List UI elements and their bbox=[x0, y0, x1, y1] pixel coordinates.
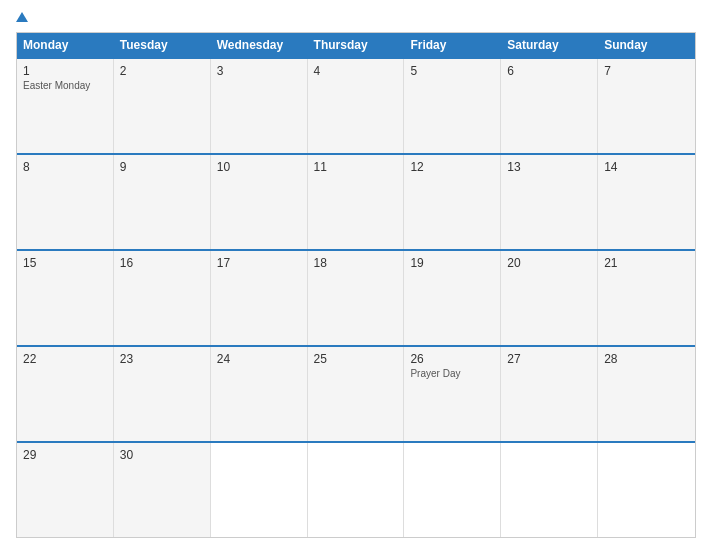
day-of-week-monday: Monday bbox=[17, 33, 114, 57]
calendar-cell: 19 bbox=[404, 251, 501, 345]
calendar-cell: 18 bbox=[308, 251, 405, 345]
calendar-cell: 21 bbox=[598, 251, 695, 345]
day-number: 21 bbox=[604, 256, 689, 270]
day-number: 12 bbox=[410, 160, 494, 174]
calendar-cell: 30 bbox=[114, 443, 211, 537]
day-number: 18 bbox=[314, 256, 398, 270]
day-of-week-sunday: Sunday bbox=[598, 33, 695, 57]
calendar-cell bbox=[308, 443, 405, 537]
calendar-header: MondayTuesdayWednesdayThursdayFridaySatu… bbox=[17, 33, 695, 57]
day-number: 2 bbox=[120, 64, 204, 78]
calendar-cell: 3 bbox=[211, 59, 308, 153]
calendar-week-3: 15161718192021 bbox=[17, 249, 695, 345]
day-number: 30 bbox=[120, 448, 204, 462]
calendar-cell: 20 bbox=[501, 251, 598, 345]
calendar-cell bbox=[404, 443, 501, 537]
logo-triangle-icon bbox=[16, 12, 28, 22]
day-number: 29 bbox=[23, 448, 107, 462]
day-number: 28 bbox=[604, 352, 689, 366]
day-number: 26 bbox=[410, 352, 494, 366]
day-number: 8 bbox=[23, 160, 107, 174]
calendar-cell: 8 bbox=[17, 155, 114, 249]
calendar-week-2: 891011121314 bbox=[17, 153, 695, 249]
day-number: 6 bbox=[507, 64, 591, 78]
day-of-week-tuesday: Tuesday bbox=[114, 33, 211, 57]
day-number: 25 bbox=[314, 352, 398, 366]
logo-blue-text bbox=[16, 12, 30, 22]
day-of-week-wednesday: Wednesday bbox=[211, 33, 308, 57]
day-number: 3 bbox=[217, 64, 301, 78]
calendar-cell: 2 bbox=[114, 59, 211, 153]
calendar-cell: 11 bbox=[308, 155, 405, 249]
calendar-week-1: 1Easter Monday234567 bbox=[17, 57, 695, 153]
day-number: 24 bbox=[217, 352, 301, 366]
calendar-cell: 15 bbox=[17, 251, 114, 345]
calendar-cell: 23 bbox=[114, 347, 211, 441]
day-number: 11 bbox=[314, 160, 398, 174]
calendar-cell: 27 bbox=[501, 347, 598, 441]
day-number: 4 bbox=[314, 64, 398, 78]
day-number: 23 bbox=[120, 352, 204, 366]
calendar-week-4: 2223242526Prayer Day2728 bbox=[17, 345, 695, 441]
day-event: Easter Monday bbox=[23, 80, 107, 91]
calendar-cell: 7 bbox=[598, 59, 695, 153]
page-header bbox=[16, 12, 696, 22]
calendar-week-5: 2930 bbox=[17, 441, 695, 537]
calendar-cell: 24 bbox=[211, 347, 308, 441]
day-number: 5 bbox=[410, 64, 494, 78]
calendar-cell: 4 bbox=[308, 59, 405, 153]
day-of-week-saturday: Saturday bbox=[501, 33, 598, 57]
calendar-body: 1Easter Monday23456789101112131415161718… bbox=[17, 57, 695, 537]
calendar-cell: 26Prayer Day bbox=[404, 347, 501, 441]
calendar-cell: 22 bbox=[17, 347, 114, 441]
day-number: 20 bbox=[507, 256, 591, 270]
day-number: 22 bbox=[23, 352, 107, 366]
calendar-page: MondayTuesdayWednesdayThursdayFridaySatu… bbox=[0, 0, 712, 550]
calendar-cell: 13 bbox=[501, 155, 598, 249]
day-number: 9 bbox=[120, 160, 204, 174]
day-number: 10 bbox=[217, 160, 301, 174]
calendar-cell bbox=[598, 443, 695, 537]
calendar-cell: 10 bbox=[211, 155, 308, 249]
calendar-cell: 9 bbox=[114, 155, 211, 249]
day-number: 7 bbox=[604, 64, 689, 78]
day-number: 17 bbox=[217, 256, 301, 270]
day-number: 16 bbox=[120, 256, 204, 270]
day-number: 1 bbox=[23, 64, 107, 78]
day-of-week-thursday: Thursday bbox=[308, 33, 405, 57]
calendar-cell: 25 bbox=[308, 347, 405, 441]
calendar-cell: 6 bbox=[501, 59, 598, 153]
calendar-cell: 12 bbox=[404, 155, 501, 249]
day-number: 13 bbox=[507, 160, 591, 174]
day-of-week-friday: Friday bbox=[404, 33, 501, 57]
logo bbox=[16, 12, 30, 22]
calendar-cell bbox=[501, 443, 598, 537]
calendar-cell: 1Easter Monday bbox=[17, 59, 114, 153]
day-number: 27 bbox=[507, 352, 591, 366]
calendar-grid: MondayTuesdayWednesdayThursdayFridaySatu… bbox=[16, 32, 696, 538]
day-number: 19 bbox=[410, 256, 494, 270]
calendar-cell: 5 bbox=[404, 59, 501, 153]
calendar-cell: 14 bbox=[598, 155, 695, 249]
day-number: 15 bbox=[23, 256, 107, 270]
calendar-cell: 28 bbox=[598, 347, 695, 441]
day-number: 14 bbox=[604, 160, 689, 174]
day-event: Prayer Day bbox=[410, 368, 494, 379]
calendar-cell bbox=[211, 443, 308, 537]
calendar-cell: 17 bbox=[211, 251, 308, 345]
calendar-cell: 16 bbox=[114, 251, 211, 345]
calendar-cell: 29 bbox=[17, 443, 114, 537]
